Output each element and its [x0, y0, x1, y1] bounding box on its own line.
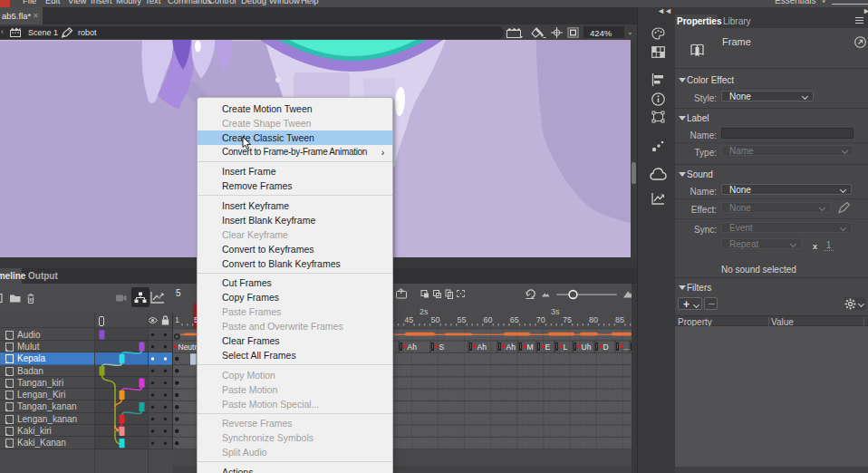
svg-text:80: 80: [589, 315, 598, 324]
svg-text:5: 5: [176, 288, 181, 298]
svg-text:50: 50: [430, 315, 439, 324]
svg-text:2s: 2s: [420, 307, 429, 316]
svg-text:Ah: Ah: [506, 343, 516, 352]
svg-text:M: M: [527, 343, 534, 352]
svg-text:85: 85: [615, 315, 624, 324]
svg-text:70: 70: [536, 315, 545, 324]
svg-text:L: L: [564, 343, 568, 352]
svg-text:65: 65: [510, 315, 519, 324]
svg-text:E: E: [545, 343, 551, 352]
svg-text:D: D: [603, 343, 609, 352]
svg-text:60: 60: [484, 315, 493, 324]
svg-text:45: 45: [404, 315, 413, 324]
svg-text:Uh: Uh: [582, 343, 592, 352]
svg-text:3s: 3s: [551, 307, 560, 316]
svg-text:55: 55: [457, 315, 466, 324]
svg-text:S: S: [439, 343, 445, 352]
svg-text:Ah: Ah: [408, 343, 418, 352]
svg-text:75: 75: [563, 315, 572, 324]
svg-text:1: 1: [175, 315, 179, 324]
svg-text:Ah: Ah: [477, 343, 487, 352]
